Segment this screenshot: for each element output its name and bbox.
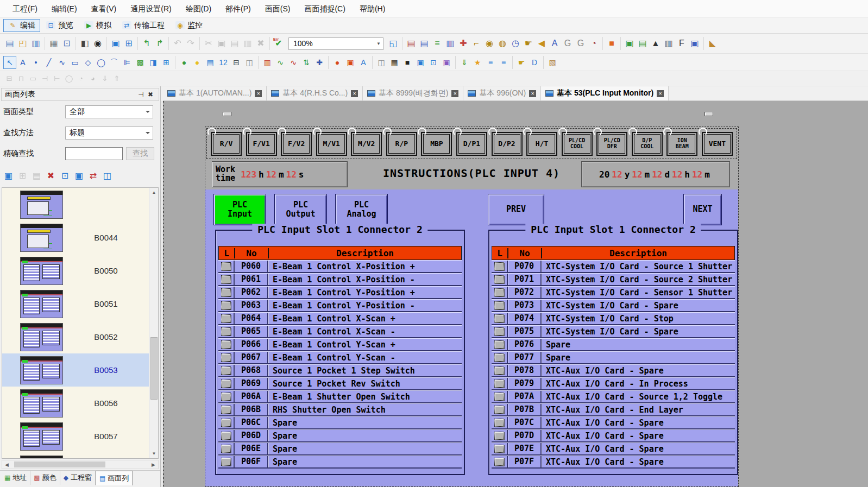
new-screen-icon[interactable]: ▣: [109, 37, 122, 50]
menu-item[interactable]: 绘图(D): [179, 0, 218, 17]
menu-item[interactable]: 画面(S): [258, 0, 298, 17]
scroll-up-icon[interactable]: ▲: [149, 188, 159, 197]
table-row[interactable]: P079 XTC-Aux I/O Card - In Process: [492, 377, 735, 390]
valve-button[interactable]: F/V2: [281, 132, 312, 156]
chevron-down-icon[interactable]: ▼: [374, 38, 383, 49]
sound-icon[interactable]: ◀: [535, 37, 548, 50]
new-file-icon[interactable]: ▤: [3, 37, 16, 50]
screen-list-item[interactable]: B0052: [2, 320, 149, 353]
open-folder-icon[interactable]: ◰: [16, 37, 29, 50]
screen-list-item[interactable]: B0044: [2, 221, 149, 254]
trend-graph-icon[interactable]: ∿: [287, 56, 300, 69]
tab-address[interactable]: ▦ 地址: [1, 471, 30, 485]
simulate-mode-button[interactable]: ▶ 模拟: [79, 19, 116, 32]
table-row[interactable]: P07D XTC-Aux I/O Card - Spare: [492, 429, 735, 442]
table-row[interactable]: P061 E-Beam 1 Control X-Position -: [218, 273, 462, 286]
plc-input-panel[interactable]: PLC Input Slot 1 Connector 2 L No Descri…: [488, 230, 738, 475]
valve-button[interactable]: PL/CD DFR: [596, 132, 627, 156]
object-handle[interactable]: [705, 112, 713, 116]
valve-button[interactable]: R/V: [211, 132, 242, 156]
import-image-icon[interactable]: ◧: [78, 37, 91, 50]
lamp-indicator[interactable]: [221, 458, 231, 466]
handy-icon[interactable]: ◍: [496, 37, 509, 50]
document-tab[interactable]: 基本 4(R.H.S Co...) ✕: [267, 86, 363, 100]
object-handle[interactable]: [223, 112, 231, 116]
vertical-scrollbar[interactable]: ▲ ▼: [149, 188, 158, 458]
document-tab[interactable]: 基本 996(ON) ✕: [463, 86, 541, 100]
find-button[interactable]: 查找: [126, 147, 154, 160]
lamp-indicator[interactable]: [494, 458, 504, 466]
valve-button[interactable]: D/P1: [456, 132, 487, 156]
table-row[interactable]: P06C Spare: [218, 416, 462, 429]
numeric-display-icon[interactable]: 12: [217, 56, 230, 69]
lamp-part-icon[interactable]: ●: [191, 56, 204, 69]
plc-nav-button[interactable]: PLC Analog: [335, 194, 388, 225]
table-row[interactable]: P06F Spare: [218, 456, 462, 469]
work-time-box[interactable]: Work time 123h12m12s: [212, 161, 348, 187]
table-row[interactable]: P07F XTC-Aux I/O Card - Spare: [492, 456, 735, 469]
scrollbar-thumb[interactable]: [14, 461, 105, 467]
stopwatch-icon[interactable]: ◔: [587, 37, 600, 50]
lamp-indicator[interactable]: [221, 432, 231, 440]
table-row[interactable]: P076 Spare: [492, 338, 735, 351]
table-row[interactable]: P07B XTC-Aux I/O Card - End Layer: [492, 403, 735, 416]
address-copy-icon[interactable]: ▤: [418, 37, 431, 50]
rocket-icon[interactable]: ▲: [649, 37, 662, 50]
table-row[interactable]: P06B RHS Shutter Open Switch: [218, 403, 462, 416]
film-part-icon[interactable]: ▦: [388, 56, 401, 69]
lamp-indicator[interactable]: [221, 340, 231, 349]
pin-icon[interactable]: ⊤: [136, 90, 146, 99]
tree-register-icon[interactable]: ▣: [623, 37, 636, 50]
lamp-indicator[interactable]: [221, 393, 231, 401]
lamp-indicator[interactable]: [221, 406, 231, 414]
table-row[interactable]: P065 E-Beam 1 Control X-Scan -: [218, 325, 462, 338]
transfer-project-button[interactable]: ⇄ 传输工程: [117, 19, 169, 32]
dot-tool-icon[interactable]: •: [29, 56, 42, 69]
convert-screen-icon[interactable]: ⇄: [87, 170, 99, 182]
zoom-select[interactable]: 100% ▼: [288, 37, 383, 50]
table-row[interactable]: P068 Source 1 Pocket 1 Step Switch: [218, 364, 462, 377]
prev-screen-icon[interactable]: ↰: [140, 37, 153, 50]
close-icon[interactable]: ✖: [146, 90, 155, 99]
valve-button[interactable]: D/P2: [492, 132, 523, 156]
text-display-icon[interactable]: A: [357, 56, 370, 69]
lamp-indicator[interactable]: [494, 445, 504, 453]
close-icon[interactable]: ✕: [529, 90, 536, 97]
video-icon[interactable]: ▣: [688, 37, 701, 50]
lamp-indicator[interactable]: [494, 432, 504, 440]
document-tab[interactable]: 基本 53(PLC Input Monitor) ✕: [541, 86, 669, 100]
table-row[interactable]: P067 E-Beam 1 Control Y-Scan -: [218, 351, 462, 364]
cut-icon[interactable]: ✂: [202, 37, 215, 50]
table-row[interactable]: P07A XTC-Aux I/O Card - Source 1,2 Toggl…: [492, 390, 735, 403]
save-icon[interactable]: ▥: [29, 37, 42, 50]
screen-type-select[interactable]: 全部: [65, 105, 153, 118]
valve-button[interactable]: MBP: [421, 132, 452, 156]
horizontal-scrollbar[interactable]: ◀ ▶: [2, 460, 159, 469]
date-time-box[interactable]: 2012y12m12d12h12m: [581, 161, 730, 187]
table-row[interactable]: P06E Spare: [218, 442, 462, 456]
table-row[interactable]: P062 E-Beam 1 Control Y-Position +: [218, 286, 462, 299]
lamp-indicator[interactable]: [221, 262, 231, 270]
rect-tool-icon[interactable]: ▭: [68, 56, 81, 69]
document-tab[interactable]: 基本 8999(배경화면) ✕: [363, 86, 463, 100]
menu-item[interactable]: 工程(F): [5, 0, 45, 17]
plc-nav-button[interactable]: PREV: [488, 194, 544, 225]
table-row[interactable]: P066 E-Beam 1 Control Y-Scan +: [218, 338, 462, 351]
valve-button[interactable]: PL/CD COOL: [562, 132, 593, 156]
lamp-indicator[interactable]: [221, 275, 231, 283]
touch-hand-icon[interactable]: ☛: [515, 56, 528, 69]
plc-nav-button[interactable]: PLC Output: [274, 194, 327, 225]
screen-list-item[interactable]: [2, 188, 149, 221]
lamp-indicator[interactable]: [494, 327, 504, 336]
lamp-indicator[interactable]: [494, 262, 504, 270]
table-row[interactable]: P07E XTC-Aux I/O Card - Spare: [492, 442, 735, 456]
list-a-icon[interactable]: ≡: [484, 56, 497, 69]
key-icon[interactable]: ⌐: [470, 37, 483, 50]
package-icon[interactable]: ▧: [546, 56, 559, 69]
switch-part-icon[interactable]: ●: [178, 56, 191, 69]
plc-input-panel[interactable]: PLC Input Slot 1 Connector 2 L No Descri…: [215, 230, 465, 475]
tag-list-icon[interactable]: ≡: [431, 37, 444, 50]
monitor-a-icon[interactable]: ▣: [414, 56, 427, 69]
menu-item[interactable]: 部件(P): [218, 0, 258, 17]
csv-export-icon[interactable]: ▥: [444, 37, 457, 50]
